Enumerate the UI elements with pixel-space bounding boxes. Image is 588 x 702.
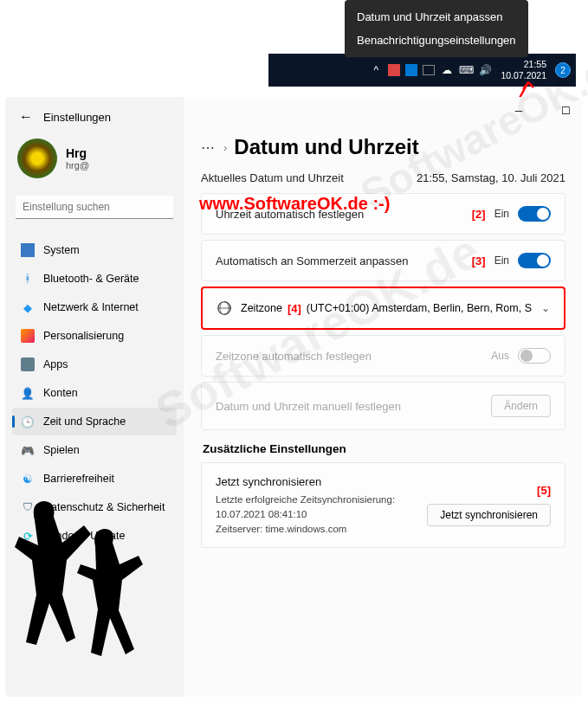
annotation-3: [3] — [472, 254, 486, 267]
sync-now-button[interactable]: Jetzt synchronisieren — [427, 504, 551, 526]
system-icon — [21, 243, 35, 257]
sidebar-item-network[interactable]: ◆Netzwerk & Internet — [12, 293, 177, 321]
sidebar-item-accounts[interactable]: 👤Konten — [12, 379, 177, 407]
accessibility-icon: ☯ — [21, 472, 35, 486]
auto-tz-label: Zeitzone automatisch festlegen — [216, 350, 482, 363]
user-email: hrg@ — [66, 160, 89, 171]
system-tray: ^ ☁ ⌨ 🔊 — [369, 63, 492, 77]
chevron-up-icon[interactable]: ^ — [369, 63, 383, 77]
timezone-label: Zeitzone — [241, 302, 282, 314]
nav-label: Apps — [43, 358, 68, 370]
card-auto-timezone: Zeitzone automatisch festlegen Aus — [201, 335, 565, 377]
app-title: Einstellungen — [43, 111, 111, 124]
current-datetime-value: 21:55, Samstag, 10. Juli 2021 — [417, 171, 565, 184]
nav-label: Datenschutz & Sicherheit — [43, 501, 165, 513]
sidebar-item-gaming[interactable]: 🎮Spielen — [12, 436, 177, 464]
search-input[interactable] — [16, 196, 173, 219]
update-icon: ⟳ — [21, 529, 35, 543]
dst-toggle[interactable] — [518, 253, 551, 268]
change-button: Ändern — [491, 395, 551, 417]
maximize-button[interactable]: ☐ — [550, 99, 581, 123]
dst-state: Ein — [494, 254, 509, 267]
nav-label: Netzwerk & Internet — [43, 301, 139, 313]
sidebar-item-apps[interactable]: Apps — [12, 351, 177, 378]
card-sync: Jetzt synchronisieren Letzte erfolgreich… — [201, 462, 565, 548]
timezone-value: (UTC+01:00) Amsterdam, Berlin, Bern, Rom… — [307, 302, 532, 314]
chevron-down-icon: ⌄ — [541, 302, 550, 314]
taskbar-clock[interactable]: 21:55 10.07.2021 — [497, 59, 550, 81]
auto-time-label: Uhrzeit automatisch festlegen — [216, 208, 463, 221]
auto-time-state: Ein — [494, 208, 509, 220]
auto-time-toggle[interactable] — [518, 206, 551, 222]
sidebar-item-privacy[interactable]: 🛡Datenschutz & Sicherheit — [12, 493, 177, 521]
annotation-2: [2] — [472, 208, 486, 221]
card-auto-time: Uhrzeit automatisch festlegen [2] Ein — [201, 193, 565, 235]
menu-notification-settings[interactable]: Benachrichtigungseinstellungen — [345, 29, 528, 52]
auto-tz-state: Aus — [491, 350, 509, 362]
onedrive-icon[interactable]: ☁ — [440, 63, 454, 77]
sidebar-item-windows-update[interactable]: ⟳Windows Update — [12, 522, 177, 550]
clock-icon: 🕒 — [21, 415, 35, 428]
manual-label: Datum und Uhrzeit manuell festlegen — [216, 400, 482, 413]
gaming-icon: 🎮 — [21, 443, 35, 457]
notification-badge[interactable]: 2 — [555, 62, 571, 78]
settings-window: ← Einstellungen Hrg hrg@ System ᚼBluetoo… — [5, 97, 583, 697]
user-account-row[interactable]: Hrg hrg@ — [12, 132, 177, 185]
chevron-right-icon: › — [223, 141, 227, 154]
annotation-5: [5] — [537, 484, 551, 497]
taskbar: ^ ☁ ⌨ 🔊 21:55 10.07.2021 2 — [268, 54, 576, 87]
shield-icon: 🛡 — [21, 500, 35, 514]
nav-label: Zeit und Sprache — [43, 415, 126, 428]
nav-label: Barrierefreiheit — [43, 473, 114, 485]
volume-icon[interactable]: 🔊 — [478, 63, 492, 77]
sidebar-item-accessibility[interactable]: ☯Barrierefreiheit — [12, 465, 177, 493]
accounts-icon: 👤 — [21, 386, 35, 400]
tray-window-icon[interactable] — [423, 65, 435, 75]
sidebar-item-bluetooth[interactable]: ᚼBluetooth- & Geräte — [12, 265, 177, 293]
network-icon: ◆ — [21, 300, 35, 314]
tray-app-icon[interactable] — [388, 64, 400, 76]
nav-list: System ᚼBluetooth- & Geräte ◆Netzwerk & … — [12, 236, 177, 550]
sidebar-item-personalization[interactable]: Personalisierung — [12, 322, 177, 350]
apps-icon — [21, 357, 35, 371]
card-timezone[interactable]: Zeitzone [4] (UTC+01:00) Amsterdam, Berl… — [201, 287, 565, 330]
paint-icon — [21, 329, 35, 343]
tray-shield-icon[interactable] — [405, 64, 417, 76]
nav-label: Windows Update — [43, 530, 126, 542]
breadcrumb-more[interactable]: ⋯ — [201, 139, 216, 156]
back-button[interactable]: ← — [19, 109, 33, 125]
sync-title: Jetzt synchronisieren — [216, 473, 395, 491]
page-title: Datum und Uhrzeit — [234, 135, 418, 159]
card-manual-datetime: Datum und Uhrzeit manuell festlegen Ände… — [201, 382, 565, 430]
breadcrumb: ⋯ › Datum und Uhrzeit — [201, 135, 565, 159]
nav-label: Konten — [43, 387, 78, 399]
sidebar: ← Einstellungen Hrg hrg@ System ᚼBluetoo… — [5, 97, 184, 697]
dst-label: Automatisch an Sommerzeit anpassen — [216, 254, 463, 267]
sync-last-label: Letzte erfolgreiche Zeitsynchronisierung… — [216, 493, 395, 507]
sidebar-item-system[interactable]: System — [12, 236, 177, 264]
menu-adjust-datetime[interactable]: Datum und Uhrzeit anpassen — [345, 5, 528, 29]
globe-clock-icon — [216, 300, 232, 316]
section-additional: Zusätzliche Einstellungen — [203, 442, 565, 455]
sync-last-time: 10.07.2021 08:41:10 — [216, 507, 395, 522]
nav-label: Bluetooth- & Geräte — [43, 273, 139, 285]
avatar — [17, 138, 57, 178]
sidebar-item-time-language[interactable]: 🕒Zeit und Sprache — [12, 408, 177, 435]
auto-tz-toggle — [518, 348, 551, 364]
minimize-button[interactable]: ─ — [503, 99, 534, 123]
card-dst: Automatisch an Sommerzeit anpassen [3] E… — [201, 240, 565, 281]
sync-server: Zeitserver: time.windows.com — [216, 522, 395, 537]
user-name: Hrg — [66, 146, 89, 160]
keyboard-icon[interactable]: ⌨ — [459, 63, 473, 77]
bluetooth-icon: ᚼ — [21, 272, 35, 286]
main-content: ─ ☐ ⋯ › Datum und Uhrzeit Aktuelles Datu… — [184, 97, 583, 697]
clock-date: 10.07.2021 — [501, 70, 546, 81]
nav-label: Spielen — [43, 444, 80, 456]
nav-label: System — [43, 244, 80, 256]
nav-label: Personalisierung — [43, 330, 124, 342]
taskbar-clock-context-menu: Datum und Uhrzeit anpassen Benachrichtig… — [345, 0, 528, 57]
clock-time: 21:55 — [501, 59, 546, 70]
current-datetime-label: Aktuelles Datum und Uhrzeit — [201, 171, 344, 184]
annotation-4: [4] — [288, 302, 301, 315]
